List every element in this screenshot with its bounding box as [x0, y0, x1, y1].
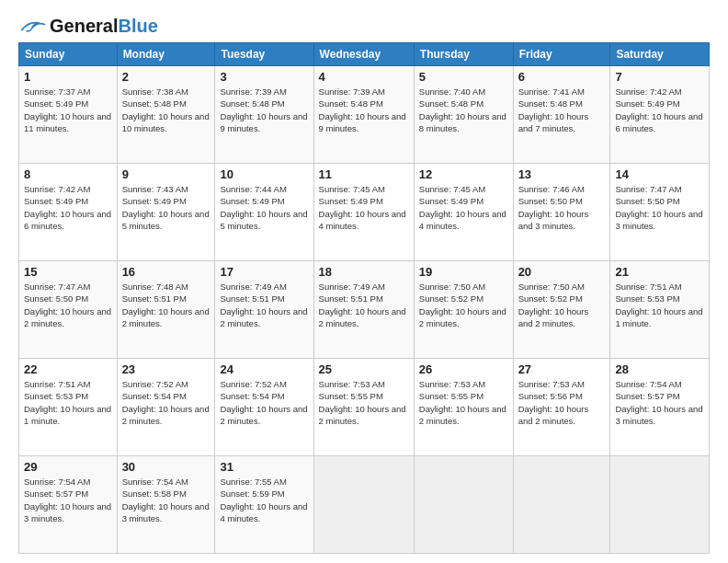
daylight: Daylight: 10 hours and 2 minutes. — [319, 306, 406, 328]
sunset: Sunset: 5:50 PM — [615, 196, 679, 206]
day-number: 1 — [24, 70, 112, 84]
sunset: Sunset: 5:52 PM — [518, 293, 583, 304]
sunset: Sunset: 5:53 PM — [24, 391, 88, 401]
calendar-cell: 31 Sunrise: 7:55 AM Sunset: 5:59 PM Dayl… — [215, 456, 313, 554]
day-info: Sunrise: 7:52 AM Sunset: 5:54 PM Dayligh… — [220, 378, 308, 427]
daylight: Daylight: 10 hours and 5 minutes. — [220, 209, 307, 231]
day-number: 31 — [220, 460, 308, 474]
calendar-cell: 26 Sunrise: 7:53 AM Sunset: 5:55 PM Dayl… — [414, 359, 513, 456]
day-info: Sunrise: 7:53 AM Sunset: 5:55 PM Dayligh… — [419, 378, 508, 427]
day-number: 29 — [24, 460, 112, 474]
calendar-cell: 25 Sunrise: 7:53 AM Sunset: 5:55 PM Dayl… — [313, 359, 414, 456]
sunset: Sunset: 5:49 PM — [419, 196, 483, 206]
sunset: Sunset: 5:55 PM — [419, 391, 483, 401]
day-info: Sunrise: 7:50 AM Sunset: 5:52 PM Dayligh… — [419, 281, 508, 329]
daylight: Daylight: 10 hours and 3 minutes. — [122, 501, 210, 523]
sunrise: Sunrise: 7:39 AM — [220, 86, 286, 97]
daylight: Daylight: 10 hours and 4 minutes. — [419, 209, 506, 231]
day-number: 30 — [122, 460, 210, 474]
sunrise: Sunrise: 7:49 AM — [220, 282, 286, 292]
col-thursday: Thursday — [414, 43, 513, 66]
day-info: Sunrise: 7:46 AM Sunset: 5:50 PM Dayligh… — [518, 183, 606, 232]
day-info: Sunrise: 7:38 AM Sunset: 5:48 PM Dayligh… — [122, 86, 210, 134]
daylight: Daylight: 10 hours and 2 minutes. — [122, 306, 210, 328]
daylight: Daylight: 10 hours and 3 minutes. — [615, 209, 702, 231]
day-number: 27 — [518, 362, 606, 376]
col-friday: Friday — [513, 43, 610, 66]
day-info: Sunrise: 7:39 AM Sunset: 5:48 PM Dayligh… — [319, 86, 409, 134]
logo-text: GeneralBlue — [50, 17, 158, 35]
daylight: Daylight: 10 hours and 1 minute. — [24, 404, 111, 426]
page: GeneralBlue Sunday Monday Tuesday Wednes… — [0, 0, 728, 563]
calendar-cell: 19 Sunrise: 7:50 AM Sunset: 5:52 PM Dayl… — [414, 261, 513, 359]
day-info: Sunrise: 7:54 AM Sunset: 5:57 PM Dayligh… — [615, 378, 704, 427]
day-info: Sunrise: 7:42 AM Sunset: 5:49 PM Dayligh… — [24, 183, 112, 232]
calendar-cell: 12 Sunrise: 7:45 AM Sunset: 5:49 PM Dayl… — [414, 164, 513, 261]
sunrise: Sunrise: 7:51 AM — [615, 282, 681, 292]
daylight: Daylight: 10 hours and 2 minutes. — [518, 306, 589, 328]
calendar-week-5: 29 Sunrise: 7:54 AM Sunset: 5:57 PM Dayl… — [19, 456, 710, 554]
daylight: Daylight: 10 hours and 6 minutes. — [24, 209, 111, 231]
day-number: 15 — [24, 265, 112, 279]
header-row: Sunday Monday Tuesday Wednesday Thursday… — [19, 43, 710, 66]
sunset: Sunset: 5:48 PM — [319, 98, 383, 109]
calendar-cell — [313, 456, 414, 554]
day-info: Sunrise: 7:53 AM Sunset: 5:56 PM Dayligh… — [518, 378, 606, 427]
daylight: Daylight: 10 hours and 10 minutes. — [122, 111, 210, 133]
day-number: 26 — [419, 362, 508, 376]
calendar-cell: 2 Sunrise: 7:38 AM Sunset: 5:48 PM Dayli… — [117, 66, 215, 164]
daylight: Daylight: 10 hours and 2 minutes. — [220, 306, 307, 328]
daylight: Daylight: 10 hours and 6 minutes. — [615, 111, 702, 133]
sunrise: Sunrise: 7:44 AM — [220, 184, 286, 194]
calendar-cell — [414, 456, 513, 554]
daylight: Daylight: 10 hours and 8 minutes. — [419, 111, 506, 133]
sunset: Sunset: 5:49 PM — [220, 196, 284, 206]
sunset: Sunset: 5:49 PM — [615, 98, 679, 109]
sunset: Sunset: 5:48 PM — [220, 98, 284, 109]
daylight: Daylight: 10 hours and 5 minutes. — [122, 209, 210, 231]
day-info: Sunrise: 7:51 AM Sunset: 5:53 PM Dayligh… — [615, 281, 704, 329]
calendar-week-2: 8 Sunrise: 7:42 AM Sunset: 5:49 PM Dayli… — [19, 164, 710, 261]
day-number: 25 — [319, 362, 409, 376]
day-info: Sunrise: 7:54 AM Sunset: 5:58 PM Dayligh… — [122, 476, 210, 524]
day-number: 7 — [615, 70, 704, 84]
day-info: Sunrise: 7:45 AM Sunset: 5:49 PM Dayligh… — [319, 183, 409, 232]
daylight: Daylight: 10 hours and 2 minutes. — [319, 404, 406, 426]
sunset: Sunset: 5:48 PM — [419, 98, 483, 109]
sunset: Sunset: 5:48 PM — [518, 98, 583, 109]
calendar-cell: 24 Sunrise: 7:52 AM Sunset: 5:54 PM Dayl… — [215, 359, 313, 456]
sunset: Sunset: 5:48 PM — [122, 98, 187, 109]
day-info: Sunrise: 7:52 AM Sunset: 5:54 PM Dayligh… — [122, 378, 210, 427]
day-number: 2 — [122, 70, 210, 84]
day-number: 24 — [220, 362, 308, 376]
sunrise: Sunrise: 7:54 AM — [615, 379, 681, 389]
day-number: 14 — [615, 167, 704, 181]
day-number: 16 — [122, 265, 210, 279]
col-sunday: Sunday — [19, 43, 118, 66]
calendar-cell: 18 Sunrise: 7:49 AM Sunset: 5:51 PM Dayl… — [313, 261, 414, 359]
sunset: Sunset: 5:49 PM — [319, 196, 383, 206]
daylight: Daylight: 10 hours and 7 minutes. — [518, 111, 589, 133]
sunset: Sunset: 5:49 PM — [24, 98, 88, 109]
day-info: Sunrise: 7:43 AM Sunset: 5:49 PM Dayligh… — [122, 183, 210, 232]
day-info: Sunrise: 7:39 AM Sunset: 5:48 PM Dayligh… — [220, 86, 308, 134]
daylight: Daylight: 10 hours and 2 minutes. — [419, 306, 506, 328]
calendar-cell: 9 Sunrise: 7:43 AM Sunset: 5:49 PM Dayli… — [117, 164, 215, 261]
sunrise: Sunrise: 7:46 AM — [518, 184, 585, 194]
sunrise: Sunrise: 7:41 AM — [518, 86, 585, 97]
calendar-cell: 23 Sunrise: 7:52 AM Sunset: 5:54 PM Dayl… — [117, 359, 215, 456]
sunrise: Sunrise: 7:53 AM — [419, 379, 485, 389]
calendar-cell: 3 Sunrise: 7:39 AM Sunset: 5:48 PM Dayli… — [215, 66, 313, 164]
sunrise: Sunrise: 7:50 AM — [419, 282, 485, 292]
calendar-cell: 17 Sunrise: 7:49 AM Sunset: 5:51 PM Dayl… — [215, 261, 313, 359]
sunrise: Sunrise: 7:49 AM — [319, 282, 385, 292]
day-number: 8 — [24, 167, 112, 181]
calendar-cell: 22 Sunrise: 7:51 AM Sunset: 5:53 PM Dayl… — [19, 359, 118, 456]
sunrise: Sunrise: 7:53 AM — [319, 379, 385, 389]
day-number: 5 — [419, 70, 508, 84]
col-monday: Monday — [117, 43, 215, 66]
daylight: Daylight: 10 hours and 2 minutes. — [24, 306, 111, 328]
day-number: 6 — [518, 70, 606, 84]
day-number: 11 — [319, 167, 409, 181]
sunrise: Sunrise: 7:40 AM — [419, 86, 485, 97]
